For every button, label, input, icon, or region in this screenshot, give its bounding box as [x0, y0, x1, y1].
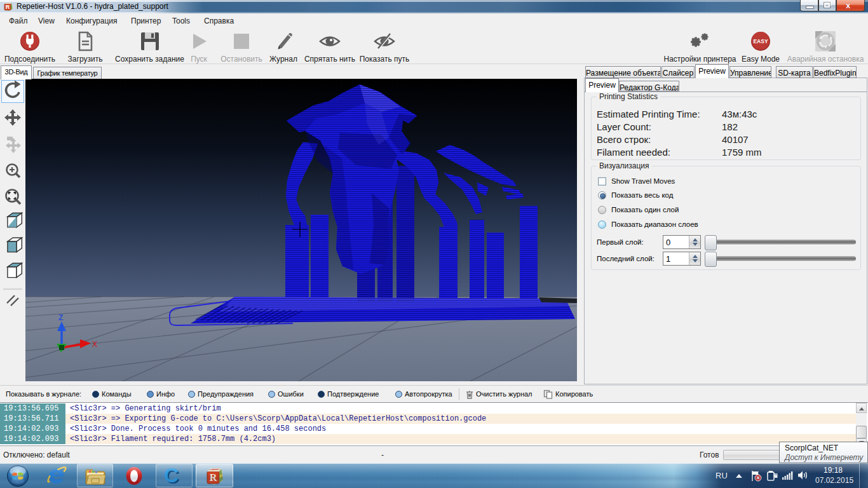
svg-text:Z: Z: [58, 313, 63, 322]
svg-text:X: X: [92, 340, 97, 349]
svg-text:R: R: [210, 472, 217, 483]
svg-text:EASY: EASY: [753, 38, 768, 44]
svg-text:C: C: [164, 465, 179, 487]
svg-text:C: C: [165, 465, 180, 487]
svg-text:R: R: [6, 4, 10, 10]
svg-text:P: P: [219, 473, 223, 479]
